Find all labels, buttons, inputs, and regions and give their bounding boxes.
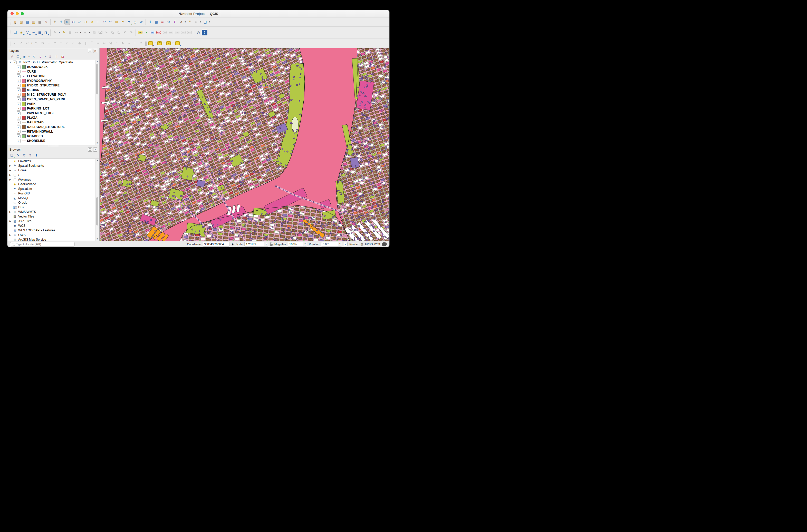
show-spatial-bookmarks-icon[interactable]: ⚑ bbox=[120, 19, 126, 25]
move-label-icon[interactable]: abc bbox=[168, 30, 174, 35]
delete-selected-icon[interactable]: ⌫ bbox=[97, 30, 103, 35]
add-ring-icon[interactable]: ◠ bbox=[52, 40, 58, 46]
zoom-to-selection-icon[interactable]: ⊙ bbox=[83, 19, 89, 25]
browser-item-xyz-tiles[interactable]: ▶▩XYZ Tiles bbox=[8, 219, 99, 223]
layer-row[interactable]: ✓SHORELINE bbox=[8, 138, 99, 143]
chevron-down-icon[interactable]: ▼ bbox=[208, 21, 210, 23]
split-features-icon[interactable]: ✂ bbox=[102, 40, 107, 46]
browser-item-mssql[interactable]: ◣MSSQL bbox=[8, 196, 99, 200]
layer-checkbox[interactable]: ✓ bbox=[17, 130, 20, 134]
layer-row[interactable]: ✓BOARDWALK bbox=[8, 65, 99, 69]
collapse-caret-icon[interactable]: ▼ bbox=[9, 61, 12, 63]
redo-icon[interactable]: ↷ bbox=[128, 30, 134, 35]
chevron-down-icon[interactable]: ▼ bbox=[79, 31, 81, 34]
manage-map-themes-icon[interactable]: ◉ bbox=[22, 54, 26, 59]
chevron-down-icon[interactable]: ▼ bbox=[199, 21, 201, 23]
layout-extent-icon[interactable]: ◳ bbox=[202, 19, 208, 25]
browser-item-wcs[interactable]: ◉WCS bbox=[8, 223, 99, 228]
rotate-point-symbols-icon[interactable]: ❖ bbox=[120, 40, 126, 46]
layer-checkbox[interactable]: ✓ bbox=[17, 74, 20, 78]
modify-attributes-icon[interactable]: ▨ bbox=[91, 30, 97, 35]
pan-to-selection-icon[interactable]: ✚ bbox=[58, 19, 64, 25]
identify-features-icon[interactable]: ℹ bbox=[147, 19, 153, 25]
measure-icon[interactable]: ⊿ bbox=[178, 19, 184, 25]
zoom-next-icon[interactable]: ↷ bbox=[108, 19, 113, 25]
zoom-in-icon[interactable]: ⊕ bbox=[65, 19, 70, 25]
new-map-view-icon[interactable]: ⊞ bbox=[114, 19, 120, 25]
show-hide-labels-icon[interactable]: ab bbox=[162, 30, 168, 35]
copy-move-feature-icon[interactable]: ⇅ bbox=[34, 40, 39, 46]
layer-group-checkbox[interactable]: ✓ bbox=[13, 60, 17, 64]
change-label-icon[interactable]: abc bbox=[180, 30, 186, 35]
chevron-down-icon[interactable]: ▼ bbox=[184, 21, 186, 23]
layer-checkbox[interactable]: ✓ bbox=[17, 116, 20, 120]
locator-input[interactable] bbox=[16, 242, 73, 246]
map-tips-icon[interactable]: ❞ bbox=[187, 19, 193, 25]
paste-features-icon[interactable]: ⧉ bbox=[116, 30, 122, 35]
cad-construction-icon[interactable]: ∠ bbox=[18, 40, 24, 46]
layer-row[interactable]: ✓RETAININGWALL bbox=[8, 129, 99, 134]
chevron-down-icon[interactable]: ▼ bbox=[163, 42, 165, 44]
browser-item-geopackage[interactable]: ◈GeoPackage bbox=[8, 182, 99, 187]
refresh-map-icon[interactable]: ⟳ bbox=[139, 19, 144, 25]
select-features-by-value-icon[interactable]: ☰ bbox=[157, 40, 163, 46]
expand-all-icon[interactable]: ⇊ bbox=[48, 54, 53, 59]
layer-row[interactable]: ✓RAILROAD bbox=[8, 120, 99, 125]
layer-row[interactable]: ✓HYDROGRAPHY bbox=[8, 78, 99, 83]
enable-advanced-digitizing-icon[interactable]: ⌐ bbox=[12, 40, 18, 46]
scale-combobox[interactable]: 1:23172▼ bbox=[244, 242, 268, 247]
chevron-down-icon[interactable]: ▼ bbox=[28, 55, 30, 58]
layer-checkbox[interactable]: ✓ bbox=[17, 111, 20, 115]
browser-item-db2[interactable]: DB2DB2 bbox=[8, 205, 99, 210]
split-parts-icon[interactable]: ✂ bbox=[95, 40, 101, 46]
layer-row[interactable]: ✓PARKING_LOT bbox=[8, 106, 99, 111]
delete-ring-icon[interactable]: ◌ bbox=[71, 40, 76, 46]
expand-caret-icon[interactable]: ▶ bbox=[9, 174, 12, 176]
select-by-location-icon[interactable]: ♦ bbox=[175, 40, 180, 46]
temporal-controller-icon[interactable]: ◷ bbox=[132, 19, 138, 25]
open-attribute-table-icon[interactable]: ▦ bbox=[153, 19, 159, 25]
metasearch-icon[interactable]: ◎ bbox=[196, 30, 201, 35]
change-label-properties-icon[interactable]: abc bbox=[187, 30, 192, 35]
show-layout-manager-icon[interactable]: ▦ bbox=[37, 19, 43, 25]
undo-icon[interactable]: ↶ bbox=[122, 30, 128, 35]
zoom-native-icon[interactable]: ⊡ bbox=[95, 19, 101, 25]
browser-panel-float-icon[interactable]: ❐ bbox=[88, 148, 92, 152]
offset-curve-icon[interactable]: ∥ bbox=[83, 40, 89, 46]
locator-search[interactable] bbox=[10, 242, 75, 247]
run-feature-action-icon[interactable]: ⚙ bbox=[193, 19, 199, 25]
layers-tree-scrollbar[interactable]: ▲ ▼ bbox=[95, 60, 99, 145]
delete-part-icon[interactable]: ⊘ bbox=[77, 40, 82, 46]
merge-features-icon[interactable]: ⋈ bbox=[108, 40, 113, 46]
new-shapefile-layer-icon[interactable]: V✱ bbox=[25, 30, 30, 35]
layer-row[interactable]: ✓OPEN_SPACE_NO_PARK bbox=[8, 97, 99, 101]
expand-caret-icon[interactable]: ▶ bbox=[9, 178, 12, 181]
layer-row[interactable]: ✓PAVEMENT_EDGE bbox=[8, 111, 99, 115]
render-checkbox[interactable]: ✓ bbox=[344, 242, 348, 246]
trim-extend-icon[interactable]: ⊥ bbox=[132, 40, 138, 46]
chevron-down-icon[interactable]: ▼ bbox=[31, 42, 33, 44]
chevron-down-icon[interactable]: ▼ bbox=[44, 55, 46, 58]
layer-row[interactable]: ✓PLAZA bbox=[8, 115, 99, 120]
layer-labeling-icon[interactable]: abc bbox=[137, 30, 143, 35]
copy-features-icon[interactable]: ⧉ bbox=[110, 30, 115, 35]
layer-checkbox[interactable]: ✓ bbox=[17, 79, 20, 83]
open-project-icon[interactable]: ▨ bbox=[18, 19, 24, 25]
pan-map-icon[interactable]: ✚ bbox=[52, 19, 58, 25]
collapse-all-browser-icon[interactable]: ⇈ bbox=[28, 153, 33, 158]
fill-ring-icon[interactable]: ⊂ bbox=[65, 40, 70, 46]
move-feature-icon[interactable]: ⇄ bbox=[25, 40, 30, 46]
layer-row[interactable]: ✓MISC_STRUCTURE_POLY bbox=[8, 92, 99, 97]
new-memory-layer-icon[interactable]: ▦✱ bbox=[37, 30, 43, 35]
browser-item-home[interactable]: ▶⌂Home bbox=[8, 168, 99, 173]
layer-checkbox[interactable]: ✓ bbox=[17, 120, 20, 125]
browser-item-oracle[interactable]: ▭Oracle bbox=[8, 200, 99, 205]
chevron-down-icon[interactable]: ▼ bbox=[154, 42, 156, 44]
select-features-icon[interactable]: ➤ bbox=[148, 40, 153, 46]
zoom-out-icon[interactable]: ⊖ bbox=[71, 19, 76, 25]
vertex-tool-icon[interactable]: ⌖ bbox=[82, 30, 88, 35]
filter-legend-icon[interactable]: ▽ bbox=[32, 54, 36, 59]
browser-item-wfs[interactable]: ◎WFS / OGC API - Features bbox=[8, 228, 99, 233]
layer-row[interactable]: ✓MEDIAN bbox=[8, 88, 99, 92]
browser-item-star[interactable]: ★Favorites bbox=[8, 159, 99, 164]
